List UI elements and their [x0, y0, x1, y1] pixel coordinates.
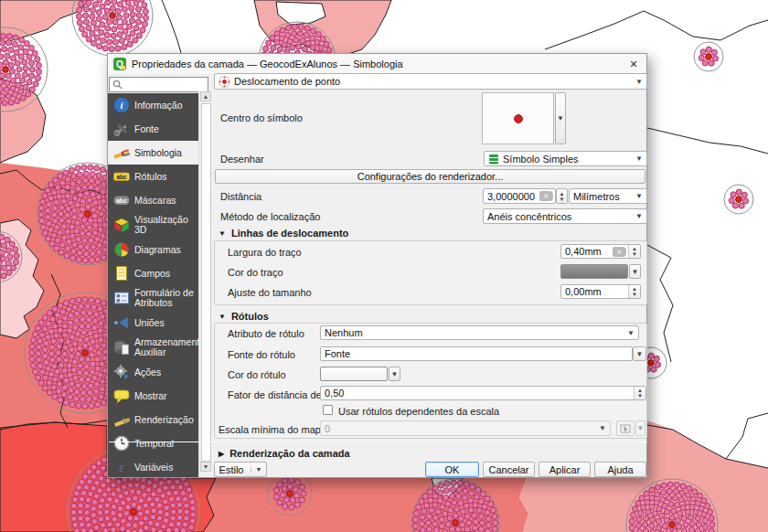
- svg-text:ε: ε: [119, 460, 124, 474]
- sidebar-item-label: Temporal: [134, 439, 174, 449]
- source-icon: [112, 121, 130, 138]
- stroke-width-input[interactable]: 0,40mm ✕ ▲▼: [560, 244, 641, 259]
- label-attribute-label: Atributo de rótulo: [228, 328, 304, 339]
- displacement-lines-section[interactable]: ▼ Linhas de deslocamento: [219, 228, 348, 239]
- draw-label: Desenhar: [220, 154, 264, 165]
- title-bar[interactable]: Q Propriedades da camada — GeocodExAluno…: [108, 54, 646, 75]
- size-adjust-input[interactable]: 0,00mm ▲▼: [560, 284, 641, 299]
- scale-dependent-label: Usar rótulos dependentes da escala: [338, 406, 499, 417]
- renderer-type-select[interactable]: Deslocamento de ponto ▼: [214, 73, 647, 90]
- sidebar-item-diagramas[interactable]: Diagramas: [108, 238, 198, 261]
- search-icon: [112, 80, 123, 90]
- labels-section[interactable]: ▼ Rótulos: [219, 311, 269, 322]
- sidebar-nav: iInformaçãoFonteSimbologiaabcRótulosabcM…: [108, 93, 198, 477]
- joins-icon: [112, 314, 130, 332]
- chevron-down-icon: ▼: [635, 192, 643, 200]
- sidebar-item-temporal[interactable]: Temporal: [108, 431, 198, 455]
- stroke-width-label: Largura do traço: [228, 247, 302, 258]
- rendering-icon: [112, 411, 130, 429]
- sidebar-item-label: Máscaras: [134, 196, 176, 206]
- ok-button[interactable]: OK: [425, 462, 479, 477]
- layer-rendering-section[interactable]: ▶ Renderização da camada: [219, 448, 350, 459]
- chevron-down-icon: ▼: [635, 154, 643, 163]
- label-font-value: Fonte: [325, 348, 350, 359]
- set-to-map-scale-button[interactable]: [616, 420, 635, 436]
- placement-select[interactable]: Anéis concêntricos ▼: [483, 208, 647, 224]
- sidebar-item-variaveis[interactable]: εVariáveis: [108, 455, 198, 477]
- displacement-lines-title: Linhas de deslocamento: [231, 228, 348, 239]
- chevron-down-icon: ▼: [251, 466, 261, 473]
- sidebar-item-label: Uniões: [134, 318, 165, 328]
- attributes-form-icon: [112, 290, 130, 307]
- sidebar-item-renderizacao[interactable]: Renderização: [108, 408, 198, 431]
- label-font-dropdown[interactable]: ▼: [633, 346, 646, 361]
- distance-label: Distância: [220, 191, 261, 202]
- chevron-down-icon: ▼: [635, 78, 643, 86]
- labels-title: Rótulos: [231, 311, 269, 322]
- search-input[interactable]: [125, 79, 205, 90]
- scroll-up-icon[interactable]: ▲: [200, 91, 211, 101]
- size-adjust-label: Ajuste do tamanho: [228, 287, 312, 298]
- window-title: Propriedades da camada — GeocodExAlunos …: [132, 59, 621, 69]
- distance-unit-select[interactable]: Milímetros ▼: [569, 188, 647, 204]
- sidebar-item-armazenamento-auxiliar[interactable]: Armazenamento Auxiliar: [108, 335, 198, 360]
- sidebar-item-label: Rótulos: [134, 172, 167, 182]
- placement-value: Anéis concêntricos: [487, 211, 571, 222]
- label-color-swatch[interactable]: [320, 367, 388, 381]
- distance-spinner[interactable]: ▲▼: [556, 188, 568, 204]
- style-button[interactable]: Estilo ▼: [214, 462, 267, 477]
- help-button[interactable]: Ajuda: [594, 462, 646, 477]
- stroke-color-dropdown[interactable]: ▼: [629, 264, 641, 279]
- cancel-button[interactable]: Cancelar: [483, 462, 535, 477]
- clear-icon[interactable]: ✕: [613, 247, 626, 257]
- sidebar-item-label: Formulário de Atributos: [134, 288, 197, 308]
- sidebar-scrollbar[interactable]: ▲ ▼: [198, 91, 212, 477]
- scale-dependent-checkbox[interactable]: [323, 405, 333, 415]
- sidebar-item-label: Visualização 3D: [134, 215, 197, 235]
- sidebar-item-fonte[interactable]: Fonte: [108, 117, 198, 141]
- symbology-icon: [112, 144, 130, 162]
- clear-icon[interactable]: ✕: [539, 191, 553, 201]
- chevron-down-icon: ▼: [627, 329, 635, 337]
- sidebar-item-label: Informação: [134, 101, 183, 111]
- close-icon[interactable]: ✕: [626, 59, 641, 70]
- label-distance-factor-value: 0,50: [321, 388, 634, 399]
- draw-select[interactable]: Símbolo Simples ▼: [484, 151, 647, 166]
- label-color-dropdown[interactable]: ▼: [389, 367, 400, 381]
- sidebar-item-mostrar[interactable]: Mostrar: [108, 384, 198, 408]
- labels-icon: abc: [112, 168, 130, 186]
- sidebar-item-visualizacao-3d[interactable]: Visualização 3D: [108, 212, 198, 238]
- label-attribute-value: Nenhum: [325, 327, 363, 338]
- stroke-color-swatch[interactable]: [560, 264, 628, 279]
- sidebar-item-campos[interactable]: Campos: [108, 261, 198, 285]
- label-attribute-select[interactable]: Nenhum ▼: [320, 325, 639, 340]
- center-symbol-dropdown[interactable]: ▼: [555, 92, 566, 144]
- sidebar-item-unioes[interactable]: Uniões: [108, 311, 198, 335]
- stroke-width-value: 0,40mm: [561, 246, 613, 257]
- sidebar-item-informacao[interactable]: iInformação: [108, 93, 198, 117]
- distance-value: 3,0000000: [484, 191, 539, 202]
- center-symbol-label: Centro do símbolo: [220, 112, 303, 123]
- sidebar-item-formulario-de-atributos[interactable]: Formulário de Atributos: [108, 285, 198, 311]
- min-scale-select[interactable]: 0 ▼: [320, 420, 611, 436]
- sidebar-item-rotulos[interactable]: abcRótulos: [108, 165, 198, 188]
- sidebar-search[interactable]: [109, 77, 208, 92]
- chevron-down-icon: ▼: [599, 424, 606, 432]
- diagrams-icon: [112, 241, 130, 259]
- sidebar-item-acoes[interactable]: Ações: [108, 360, 198, 384]
- sidebar-item-simbologia[interactable]: Simbologia: [108, 141, 198, 165]
- distance-input[interactable]: 3,0000000 ✕: [483, 188, 556, 204]
- sidebar-item-mascaras[interactable]: abcMáscaras: [108, 188, 198, 212]
- label-font-select[interactable]: Fonte: [320, 346, 633, 361]
- simple-symbol-icon: [488, 154, 499, 165]
- label-distance-factor-input[interactable]: 0,50 ▲▼: [320, 386, 646, 400]
- sidebar-item-label: Diagramas: [134, 245, 181, 255]
- scroll-thumb[interactable]: [201, 103, 211, 462]
- scroll-down-icon[interactable]: ▼: [200, 462, 211, 472]
- sidebar-item-label: Campos: [134, 269, 170, 279]
- apply-button[interactable]: Aplicar: [539, 462, 591, 477]
- scale-extra-dropdown[interactable]: ▼: [635, 420, 645, 436]
- sidebar-item-label: Armazenamento Auxiliar: [134, 337, 198, 357]
- center-symbol-preview[interactable]: [482, 92, 554, 144]
- renderer-settings-button[interactable]: Configurações do renderizador...: [215, 169, 645, 184]
